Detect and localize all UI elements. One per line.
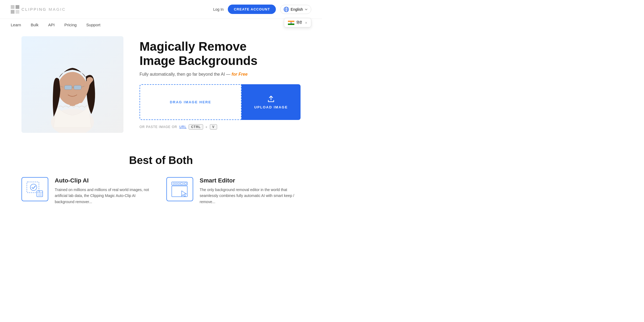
svg-point-23	[87, 77, 93, 82]
editor-icon-box	[166, 177, 193, 201]
svg-rect-0	[11, 5, 14, 9]
hero-image-area	[21, 36, 123, 133]
editor-title: Smart Editor	[200, 177, 301, 184]
svg-point-30	[173, 183, 175, 184]
header-actions: Log In CREATE ACCOUNT English	[213, 5, 311, 14]
svg-rect-29	[172, 182, 187, 185]
hero-section: Magically Remove Image Backgrounds Fully…	[0, 31, 322, 144]
svg-rect-1	[16, 5, 19, 9]
best-title: Best of Both	[21, 154, 301, 166]
logo-icon	[11, 5, 19, 14]
svg-rect-18	[64, 85, 72, 90]
drag-drop-zone[interactable]: DRAG IMAGE HERE	[140, 84, 241, 120]
svg-point-13	[291, 23, 291, 23]
feature-card-autoclip: Auto-Clip AI Trained on millions and mil…	[21, 177, 156, 205]
logo-area: CLIPPING MAGIC	[11, 5, 66, 14]
svg-rect-3	[16, 10, 19, 14]
create-account-button[interactable]: CREATE ACCOUNT	[228, 5, 276, 14]
svg-rect-36	[185, 183, 186, 184]
language-dropdown: हिंदी ×	[284, 18, 311, 27]
login-link[interactable]: Log In	[213, 7, 224, 12]
hero-person-illustration	[21, 36, 123, 133]
svg-rect-9	[288, 21, 294, 22]
svg-rect-11	[288, 23, 294, 25]
url-link[interactable]: URL	[179, 125, 186, 129]
hero-content: Magically Remove Image Backgrounds Fully…	[140, 39, 301, 130]
nav-item-support[interactable]: Support	[86, 23, 101, 27]
svg-marker-38	[182, 191, 186, 197]
editor-description: The only background removal editor in th…	[200, 187, 301, 205]
svg-point-25	[30, 184, 37, 191]
hero-subtitle: Fully automatically, then go far beyond …	[140, 72, 301, 77]
hero-photo	[21, 36, 123, 133]
logo-text: CLIPPING MAGIC	[21, 7, 66, 12]
nav-item-bulk[interactable]: Bulk	[31, 23, 38, 27]
autoclip-title: Auto-Clip AI	[55, 177, 156, 184]
nav-item-api[interactable]: API	[48, 23, 55, 27]
upload-icon	[267, 95, 275, 103]
feature-card-editor: Smart Editor The only background removal…	[166, 177, 301, 205]
paste-hint: OR PASTE IMAGE OR URL CTRL + V	[140, 124, 301, 130]
main-nav: Learn Bulk API Pricing Support	[0, 19, 322, 31]
india-flag-icon	[288, 21, 294, 25]
autoclip-icon-box	[21, 177, 48, 201]
language-selector[interactable]: English	[280, 5, 311, 14]
best-section: Best of Both Auto-Clip AI	[0, 144, 322, 213]
hero-title: Magically Remove Image Backgrounds	[140, 39, 301, 68]
v-key-badge: V	[210, 124, 217, 130]
for-free-label: for Free	[232, 72, 248, 76]
globe-icon	[284, 7, 289, 12]
upload-area: DRAG IMAGE HERE UPLOAD IMAGE	[140, 84, 301, 120]
autoclip-text: Auto-Clip AI Trained on millions and mil…	[55, 177, 156, 205]
svg-rect-26	[37, 191, 43, 197]
svg-rect-19	[74, 85, 81, 90]
svg-rect-34	[181, 183, 183, 184]
editor-icon	[170, 181, 189, 198]
svg-rect-24	[27, 182, 39, 193]
nav-item-pricing[interactable]: Pricing	[64, 23, 77, 27]
hindi-label: हिंदी	[297, 20, 302, 25]
upload-image-button[interactable]: UPLOAD IMAGE	[241, 84, 301, 120]
nav-item-learn[interactable]: Learn	[11, 23, 21, 27]
autoclip-icon	[25, 181, 44, 198]
svg-rect-2	[11, 10, 14, 14]
svg-point-31	[175, 183, 177, 184]
close-dropdown-button[interactable]: ×	[305, 21, 307, 25]
chevron-down-icon	[305, 8, 308, 11]
features-grid: Auto-Clip AI Trained on millions and mil…	[21, 177, 301, 205]
plus-sign: +	[205, 125, 208, 129]
language-label: English	[291, 7, 303, 12]
editor-text: Smart Editor The only background removal…	[200, 177, 301, 205]
autoclip-description: Trained on millions and millions of real…	[55, 187, 156, 205]
header: CLIPPING MAGIC Log In CREATE ACCOUNT Eng…	[0, 0, 322, 19]
ctrl-key-badge: CTRL	[189, 124, 203, 130]
svg-point-32	[177, 183, 179, 184]
